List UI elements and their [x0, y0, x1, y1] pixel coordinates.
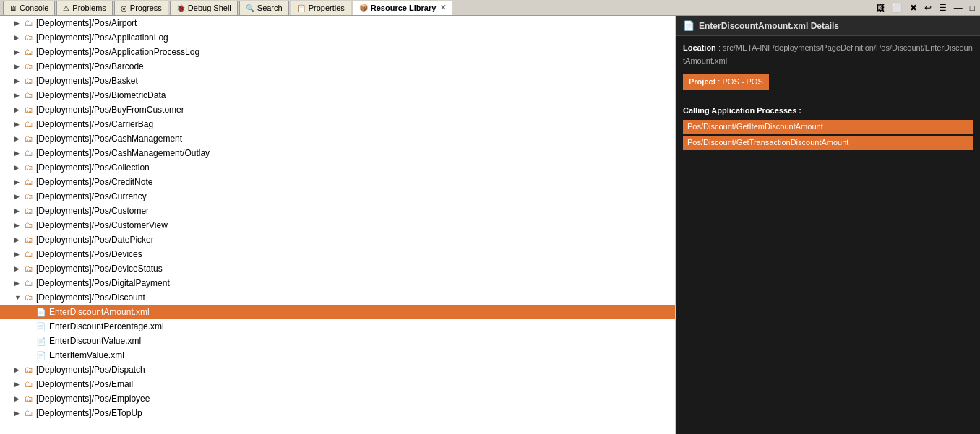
folder-icon: 🗂: [25, 134, 33, 144]
tree-arrow: ▶: [14, 178, 25, 186]
tree-item-label: [Deployments]/Pos/ApplicationProcessLog: [36, 47, 199, 57]
list-item[interactable]: ▶ 🗂 [Deployments]/Pos/Email: [0, 377, 675, 391]
folder-icon: 🗂: [25, 18, 33, 28]
tab-progress[interactable]: ◎ Progress: [114, 1, 168, 15]
tree-item-label: [Deployments]/Pos/CarrierBag: [36, 119, 153, 129]
list-item[interactable]: ▶ 🗂 [Deployments]/Pos/CreditNote: [0, 175, 675, 189]
list-item[interactable]: ▶ 🗂 [Deployments]/Pos/ApplicationLog: [0, 30, 675, 45]
tab-close-button[interactable]: ✕: [440, 4, 446, 12]
tree-item-label: [Deployments]/Pos/DigitalPayment: [36, 278, 170, 288]
list-item[interactable]: ▶ 🗂 [Deployments]/Pos/Employee: [0, 391, 675, 406]
tree-arrow: ▼: [14, 294, 25, 301]
tree-item-label: [Deployments]/Pos/Customer: [36, 206, 149, 216]
tree-arrow: ▶: [14, 381, 25, 388]
list-item[interactable]: ▶ 🗂 [Deployments]/Pos/BuyFromCustomer: [0, 103, 675, 117]
list-item[interactable]: ▶ 🗂 [Deployments]/Pos/CustomerView: [0, 218, 675, 233]
tree-item-label: [Deployments]/Pos/Collection: [36, 162, 150, 173]
properties-icon: 📋: [297, 4, 306, 12]
details-panel: 📄 EnterDiscountAmount.xml Details Locati…: [676, 16, 980, 434]
tree-arrow: ▶: [14, 149, 25, 157]
tree-arrow: ▶: [14, 207, 25, 214]
project-value: POS - POS: [722, 77, 762, 86]
list-item[interactable]: ▶ 🗂 [Deployments]/Pos/Dispatch: [0, 363, 675, 377]
tree-item-label: EnterDiscountValue.xml: [49, 336, 141, 346]
folder-icon: 🗂: [25, 365, 33, 375]
folder-icon: 🗂: [25, 235, 33, 245]
tab-search-label: Search: [257, 4, 283, 12]
list-item[interactable]: ▶ 🗂 [Deployments]/Pos/Airport: [0, 16, 675, 30]
folder-icon: 🗂: [25, 47, 33, 57]
folder-icon: 🗂: [25, 105, 33, 115]
tab-debug[interactable]: 🐞 Debug Shell: [170, 1, 238, 15]
tree-item-label: [Deployments]/Pos/Employee: [36, 394, 150, 404]
folder-icon: 🗂: [25, 264, 33, 274]
list-item-discount-folder[interactable]: ▼ 🗂 [Deployments]/Pos/Discount: [0, 290, 675, 305]
list-item[interactable]: ▶ 🗂 [Deployments]/Pos/Collection: [0, 160, 675, 175]
folder-icon: 🗂: [25, 90, 33, 100]
tab-search[interactable]: 🔍 Search: [239, 1, 289, 15]
details-file-icon: 📄: [683, 20, 695, 31]
project-label: Project: [689, 77, 715, 86]
toolbar-btn-minimize[interactable]: —: [952, 2, 965, 14]
list-item[interactable]: ▶ 🗂 [Deployments]/Pos/BiometricData: [0, 88, 675, 103]
tab-properties-label: Properties: [309, 4, 345, 12]
tab-properties[interactable]: 📋 Properties: [291, 1, 351, 15]
tree-item-label: [Deployments]/Pos/Devices: [36, 249, 142, 259]
toolbar-btn-3[interactable]: ✖: [908, 2, 919, 14]
calling-item-1: Pos/Discount/GetItemDiscountAmount: [683, 120, 973, 134]
tab-resource-library[interactable]: 📦 Resource Library ✕: [353, 1, 452, 15]
tree-item-label: [Deployments]/Pos/Airport: [36, 18, 137, 28]
list-item[interactable]: ▶ 🗂 [Deployments]/Pos/Customer: [0, 204, 675, 218]
list-item[interactable]: 📄 EnterDiscountValue.xml: [0, 334, 675, 348]
file-icon: 📄: [36, 322, 46, 331]
toolbar-btn-maximize[interactable]: □: [968, 2, 977, 14]
list-item[interactable]: ▶ 🗂 [Deployments]/Pos/DatePicker: [0, 233, 675, 247]
toolbar-btn-1[interactable]: 🖼: [874, 2, 887, 14]
list-item[interactable]: ▶ 🗂 [Deployments]/Pos/DigitalPayment: [0, 276, 675, 290]
tree-arrow: ▶: [14, 19, 25, 27]
tree-arrow: ▶: [14, 236, 25, 243]
tree-arrow: ▶: [14, 395, 25, 402]
calling-label: Calling Application Processes :: [683, 105, 973, 118]
tree-arrow: ▶: [14, 63, 25, 70]
toolbar-btn-2[interactable]: ⬜: [890, 2, 905, 14]
tree-arrow: ▶: [14, 222, 25, 229]
list-item[interactable]: ▶ 🗂 [Deployments]/Pos/CashManagement: [0, 131, 675, 146]
folder-icon: 🗂: [25, 191, 33, 201]
tree-arrow: ▶: [14, 135, 25, 142]
tree-item-label: [Deployments]/Pos/Basket: [36, 76, 138, 86]
file-icon: 📄: [36, 351, 46, 360]
details-content: Location : src/META-INF/deployments/Page…: [676, 36, 980, 157]
list-item[interactable]: ▶ 🗂 [Deployments]/Pos/CarrierBag: [0, 117, 675, 131]
tree-item-label: [Deployments]/Pos/BuyFromCustomer: [36, 105, 184, 115]
folder-icon: 🗂: [25, 278, 33, 288]
list-item[interactable]: ▶ 🗂 [Deployments]/Pos/DeviceStatus: [0, 261, 675, 276]
tree-arrow: ▶: [14, 92, 25, 99]
tree-item-label: [Deployments]/Pos/ETopUp: [36, 408, 142, 418]
list-item[interactable]: ▶ 🗂 [Deployments]/Pos/Devices: [0, 247, 675, 261]
toolbar-btn-5[interactable]: ☰: [937, 2, 949, 14]
tree-panel[interactable]: ▶ 🗂 [Deployments]/Pos/Airport ▶ 🗂 [Deplo…: [0, 16, 676, 434]
list-item[interactable]: ▶ 🗂 [Deployments]/Pos/ETopUp: [0, 406, 675, 420]
details-calling: Calling Application Processes : Pos/Disc…: [683, 105, 973, 150]
tab-toolbar-right: 🖼 ⬜ ✖ ↩ ☰ — □: [874, 2, 977, 14]
list-item[interactable]: ▶ 🗂 [Deployments]/Pos/Currency: [0, 189, 675, 204]
list-item[interactable]: ▶ 🗂 [Deployments]/Pos/Basket: [0, 74, 675, 88]
list-item[interactable]: ▶ 🗂 [Deployments]/Pos/CashManagement/Out…: [0, 146, 675, 160]
folder-icon: 🗂: [25, 32, 33, 43]
file-icon: 📄: [36, 337, 46, 346]
file-icon: 📄: [36, 308, 46, 317]
tree-item-label: [Deployments]/Pos/CashManagement: [36, 134, 182, 144]
tree-item-label: [Deployments]/Pos/Barcode: [36, 61, 144, 71]
list-item[interactable]: 📄 EnterDiscountPercentage.xml: [0, 319, 675, 334]
list-item[interactable]: ▶ 🗂 [Deployments]/Pos/ApplicationProcess…: [0, 45, 675, 59]
tab-console[interactable]: 🖥 Console: [3, 1, 55, 15]
tree-item-label: [Deployments]/Pos/Discount: [36, 292, 145, 303]
tab-problems[interactable]: ⚠ Problems: [56, 1, 112, 15]
toolbar-btn-4[interactable]: ↩: [922, 2, 934, 14]
tree-item-label: [Deployments]/Pos/CashManagement/Outlay: [36, 148, 210, 158]
list-item[interactable]: ▶ 🗂 [Deployments]/Pos/Barcode: [0, 59, 675, 74]
list-item[interactable]: 📄 EnterItemValue.xml: [0, 348, 675, 363]
details-location: Location : src/META-INF/deployments/Page…: [683, 42, 973, 67]
list-item-enter-discount-amount[interactable]: 📄 EnterDiscountAmount.xml: [0, 305, 675, 319]
